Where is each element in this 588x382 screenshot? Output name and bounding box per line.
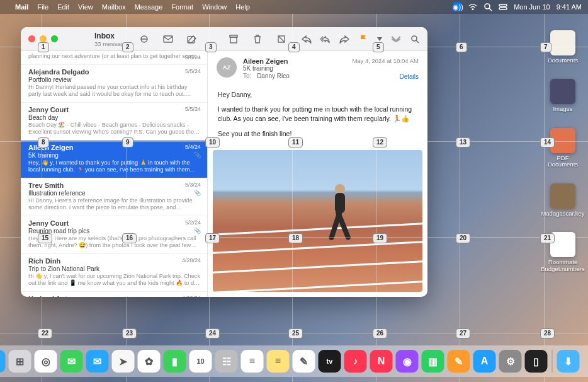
- menu-mailbox[interactable]: Mailbox: [102, 3, 126, 11]
- dock-app-freeform[interactable]: ✎: [293, 350, 315, 373]
- menu-window[interactable]: Window: [202, 3, 227, 11]
- dock-app-launchpad[interactable]: ⊞: [9, 350, 31, 373]
- menu-edit[interactable]: Edit: [57, 3, 69, 11]
- message-subject: Beach day: [28, 114, 201, 121]
- menubar-date[interactable]: Mon Jun 10: [514, 3, 550, 11]
- message-row[interactable]: Jenny Court5/2/24📎Reunion road trip pics…: [21, 216, 207, 254]
- dock-trash[interactable]: 🗑️: [583, 350, 589, 373]
- dock-app-settings[interactable]: ⚙: [499, 350, 522, 373]
- dock-app-numbers[interactable]: ▥: [422, 350, 444, 373]
- runner-figure: [328, 184, 352, 253]
- details-link[interactable]: Details: [352, 73, 419, 80]
- dock-app-pages[interactable]: ✎: [448, 350, 470, 373]
- svg-line-13: [416, 40, 419, 43]
- forward-icon[interactable]: [339, 35, 349, 43]
- wifi-icon[interactable]: [468, 3, 477, 11]
- filter-icon[interactable]: [139, 35, 149, 43]
- dock-app-notes[interactable]: ≡: [267, 350, 290, 373]
- dock-app-news[interactable]: N: [370, 350, 393, 373]
- menubar-time[interactable]: 9:41 AM: [557, 3, 582, 11]
- message-preview: Hi Danny! Herland passed me your contact…: [28, 84, 201, 98]
- message-date: 5/2/24: [185, 219, 201, 226]
- dock-app-maps[interactable]: ➤: [112, 350, 135, 373]
- menu-view[interactable]: View: [78, 3, 93, 11]
- dock-app-photos[interactable]: ✿: [138, 350, 161, 373]
- message-from: Rich Dinh: [28, 257, 201, 265]
- archive-icon[interactable]: [229, 35, 239, 43]
- spotlight-icon[interactable]: [483, 3, 492, 11]
- dock-app-facetime[interactable]: ▮: [164, 350, 186, 373]
- mail-toolbar: Inbox 33 messages: [21, 27, 427, 51]
- dock-app-messages[interactable]: ✉: [60, 350, 83, 373]
- desktop-thumb: [550, 30, 575, 55]
- sender-avatar: AZ: [217, 57, 237, 78]
- dock: ☺⊞◎✉✉➤✿▮10☷≡≡✎tv♪N◉▥✎A⚙▯⬇🗑️: [0, 345, 588, 377]
- flag-menu-chevron-icon[interactable]: [377, 35, 382, 43]
- message-row[interactable]: Aileen Zeigen5/4/24📎5K trainingHey, 👋 y,…: [21, 141, 207, 178]
- menu-file[interactable]: File: [37, 3, 48, 11]
- junk-icon[interactable]: [276, 35, 286, 43]
- voice-control-icon[interactable]: ◉)): [453, 3, 462, 11]
- svg-rect-3: [499, 4, 507, 6]
- message-row[interactable]: Jenny Court5/5/24Beach dayBeach Day 🏖️ -…: [21, 103, 207, 141]
- body-para: Hey Danny,: [218, 90, 417, 100]
- dock-app-tv[interactable]: tv: [319, 350, 341, 373]
- dock-app-podcasts[interactable]: ◉: [396, 350, 419, 373]
- reader-subject: 5K training: [243, 65, 352, 72]
- dock-app-reminders[interactable]: ≡: [241, 350, 264, 373]
- dock-app-music[interactable]: ♪: [344, 350, 367, 373]
- desktop-item[interactable]: PDF Documents: [544, 128, 582, 168]
- desktop-label: PDF Documents: [544, 155, 582, 168]
- trash-icon[interactable]: [252, 35, 263, 43]
- reply-all-icon[interactable]: [320, 35, 331, 43]
- reply-icon[interactable]: [302, 35, 312, 43]
- dock-app-calendar[interactable]: 10: [189, 350, 212, 373]
- body-para: I wanted to thank you for putting me in …: [218, 105, 417, 124]
- menu-format[interactable]: Format: [171, 3, 193, 11]
- dock-app-safari[interactable]: ◎: [35, 350, 57, 373]
- reader-to-label: To:: [243, 72, 251, 79]
- desktop-item[interactable]: Madagascar.key: [541, 183, 584, 217]
- message-row[interactable]: Herland Antezana4/28/24📎ResumeI've attac…: [21, 292, 207, 298]
- body-para: See you at the finish line!: [218, 129, 417, 139]
- window-minimize-button[interactable]: [40, 35, 47, 42]
- svg-rect-7: [164, 36, 172, 42]
- desktop-label: Roommate Budget.numbers: [541, 259, 585, 272]
- message-date: 4/28/24: [182, 257, 201, 263]
- message-from: Jenny Court: [28, 106, 201, 113]
- grid-cell-label: 27: [456, 328, 470, 339]
- dock-app-finder[interactable]: ☺: [0, 350, 6, 373]
- desktop-item[interactable]: Documents: [548, 30, 578, 64]
- search-icon[interactable]: [410, 35, 420, 43]
- dock-downloads[interactable]: ⬇: [557, 350, 580, 373]
- window-close-button[interactable]: [28, 35, 35, 42]
- window-zoom-button[interactable]: [51, 35, 58, 42]
- mailbox-title: Inbox: [94, 32, 132, 40]
- compose-icon[interactable]: [163, 35, 173, 43]
- message-row[interactable]: Rich Dinh4/28/24Trip to Zion National Pa…: [21, 254, 207, 292]
- reader-body: Hey Danny, I wanted to thank you for put…: [208, 84, 427, 150]
- desktop-item[interactable]: Roommate Budget.numbers: [541, 232, 585, 272]
- message-preview: Hey, 👋 y, I wanted to thank you for putt…: [28, 159, 201, 174]
- menubar-app-name[interactable]: Mail: [15, 3, 28, 11]
- dock-app-iphone[interactable]: ▯: [525, 350, 548, 373]
- attached-image[interactable]: [213, 150, 422, 292]
- control-center-icon[interactable]: [499, 3, 507, 11]
- attachment-icon: 📎: [194, 152, 201, 158]
- message-list[interactable]: 5/5/24planning our next adventure (or at…: [21, 51, 208, 297]
- message-row[interactable]: 5/5/24planning our next adventure (or at…: [21, 51, 207, 65]
- dock-app-mail[interactable]: ✉: [86, 350, 109, 373]
- menu-message[interactable]: Message: [135, 3, 163, 11]
- message-preview: planning our next adventure (or at least…: [28, 53, 201, 61]
- dock-app-contacts[interactable]: ☷: [215, 350, 238, 373]
- message-row[interactable]: Alejandra Delgado5/5/24Portfolio reviewH…: [21, 65, 207, 103]
- menu-help[interactable]: Help: [235, 3, 250, 11]
- dock-app-appstore[interactable]: A: [473, 350, 496, 373]
- message-preview: Hi Danny, Here's a reference image for t…: [28, 197, 201, 212]
- desktop-item[interactable]: Images: [550, 79, 575, 112]
- edit-icon[interactable]: [187, 35, 197, 43]
- desktop-icons: DocumentsImagesPDF DocumentsMadagascar.k…: [544, 30, 582, 272]
- message-row[interactable]: Trev Smith5/3/24📎Illustration referenceH…: [21, 178, 207, 216]
- flag-icon[interactable]: [358, 35, 368, 43]
- more-icon[interactable]: [391, 35, 401, 43]
